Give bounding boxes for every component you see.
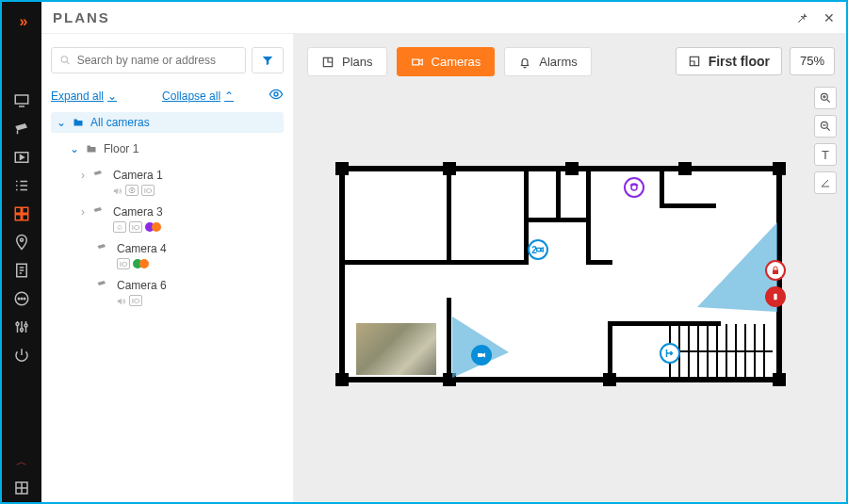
chevron-down-icon: ⌄ (107, 89, 117, 103)
svg-point-16 (61, 57, 67, 62)
cameras-tab-label: Cameras (432, 55, 481, 69)
rail-grid-icon[interactable] (2, 474, 41, 502)
search-input-wrap[interactable] (51, 47, 246, 73)
svg-rect-2 (15, 207, 21, 213)
svg-point-13 (21, 329, 24, 332)
svg-point-25 (631, 185, 637, 190)
plan-alarm-fire-marker[interactable] (765, 286, 786, 307)
tree-floor-label: Floor 1 (104, 142, 139, 155)
tree-camera-item[interactable]: Camera 4 IO (94, 242, 284, 269)
sidebar: Expand all ⌄ Collapse all ⌃ ⌄ All camera… (41, 34, 294, 502)
app-logo-icon: » (20, 13, 24, 30)
svg-rect-19 (412, 59, 418, 65)
rail-report-icon[interactable] (2, 256, 41, 285)
tree-camera-item[interactable]: › Camera 3 ☺ IO (94, 205, 284, 233)
io-badge: IO (117, 258, 130, 269)
svg-rect-0 (15, 95, 28, 104)
svg-rect-26 (536, 248, 540, 251)
cameras-tab[interactable]: Cameras (397, 47, 496, 76)
speaker-icon: 🔊︎ (113, 186, 122, 196)
folder-icon (72, 117, 85, 128)
titlebar: PLANS 📌︎ ✕ (41, 2, 846, 34)
alarms-tab-label: Alarms (539, 55, 577, 69)
camera-name: Camera 4 (117, 242, 167, 255)
floor-plan: 2 (339, 166, 782, 382)
plan-canvas[interactable]: Plans Cameras Alarms First floor (294, 34, 846, 502)
collapse-all-link[interactable]: Collapse all ⌃ (162, 89, 234, 103)
relay-badge: ⦿ (125, 185, 139, 196)
svg-point-10 (21, 298, 23, 300)
camera-icon (90, 169, 107, 183)
zoom-out-button[interactable] (814, 115, 837, 138)
svg-rect-29 (774, 294, 776, 301)
floor-label: First floor (709, 54, 770, 69)
camera-tree: ⌄ All cameras ⌄ Floor 1 › Camera 1 (51, 112, 284, 306)
bell-icon (518, 56, 531, 69)
chevron-down-icon: ⌄ (57, 116, 66, 129)
close-icon[interactable]: ✕ (824, 10, 835, 25)
svg-rect-27 (478, 353, 482, 357)
filter-button[interactable] (252, 47, 284, 73)
visibility-icon[interactable] (269, 87, 284, 105)
face-badge: ☺ (113, 221, 126, 233)
tree-root-label: All cameras (90, 116, 150, 129)
svg-point-9 (18, 298, 20, 300)
tree-floor-node[interactable]: ⌄ Floor 1 (64, 138, 284, 159)
camera-icon (94, 279, 111, 293)
plan-sensor-marker[interactable] (624, 177, 644, 198)
status-dots (133, 259, 149, 268)
camera-icon (90, 205, 107, 219)
plan-camera-marker[interactable] (471, 345, 492, 366)
status-dots (145, 222, 161, 232)
plan-camera-cluster-marker[interactable]: 2 (528, 239, 548, 260)
pin-icon[interactable]: 📌︎ (795, 10, 808, 25)
page-title: PLANS (53, 9, 110, 25)
rail-camera-icon[interactable] (2, 115, 41, 143)
svg-point-11 (24, 298, 25, 300)
plans-tab-label: Plans (342, 55, 373, 69)
chevron-down-icon: ⌄ (70, 142, 79, 155)
plan-exit-marker[interactable] (660, 343, 680, 364)
chevron-up-icon: ⌃ (224, 89, 234, 103)
camera-name: Camera 3 (113, 205, 163, 219)
svg-rect-3 (23, 207, 28, 213)
alarms-tab[interactable]: Alarms (504, 47, 591, 76)
rail-list-icon[interactable] (2, 171, 41, 200)
filter-icon (261, 54, 274, 67)
chevron-right-icon: › (81, 169, 85, 182)
rail-monitor-icon[interactable] (2, 87, 41, 115)
svg-point-17 (274, 92, 278, 96)
rail-play-icon[interactable] (2, 143, 41, 171)
io-badge: IO (141, 185, 155, 196)
camera-name: Camera 6 (117, 279, 167, 292)
rail-sliders-icon[interactable] (2, 313, 41, 341)
rail-map-icon[interactable] (2, 228, 41, 256)
rail-plans-icon[interactable] (2, 200, 41, 228)
search-icon (59, 54, 72, 67)
tree-camera-item[interactable]: › Camera 1 🔊︎ ⦿ IO (94, 169, 284, 196)
rail-more-icon[interactable] (2, 285, 41, 313)
search-input[interactable] (77, 54, 237, 67)
camera-name: Camera 1 (113, 169, 163, 182)
floor-selector[interactable]: First floor (676, 47, 782, 75)
svg-rect-5 (23, 215, 28, 220)
speaker-icon: 🔊︎ (117, 296, 126, 306)
angle-tool-button[interactable] (814, 171, 837, 194)
text-tool-button[interactable]: T (814, 143, 837, 166)
stairs-icon (669, 324, 776, 379)
chevron-right-icon: › (81, 205, 85, 219)
camera-icon (411, 56, 424, 69)
plan-alarm-lock-marker[interactable] (765, 260, 786, 281)
zoom-in-button[interactable] (814, 87, 837, 109)
zoom-display[interactable]: 75% (790, 47, 835, 75)
rail-chevron-up-icon[interactable]: ︿ (16, 454, 27, 470)
expand-all-link[interactable]: Expand all ⌄ (51, 89, 117, 103)
tree-camera-item[interactable]: Camera 6 🔊︎ IO (94, 279, 284, 306)
tree-root-all-cameras[interactable]: ⌄ All cameras (51, 112, 284, 133)
io-badge: IO (129, 221, 142, 233)
plans-tab[interactable]: Plans (307, 47, 387, 76)
svg-point-12 (16, 323, 19, 326)
app-rail: » ︿ (2, 2, 41, 502)
rail-power-icon[interactable] (2, 341, 41, 369)
camera-snapshot (356, 323, 436, 375)
